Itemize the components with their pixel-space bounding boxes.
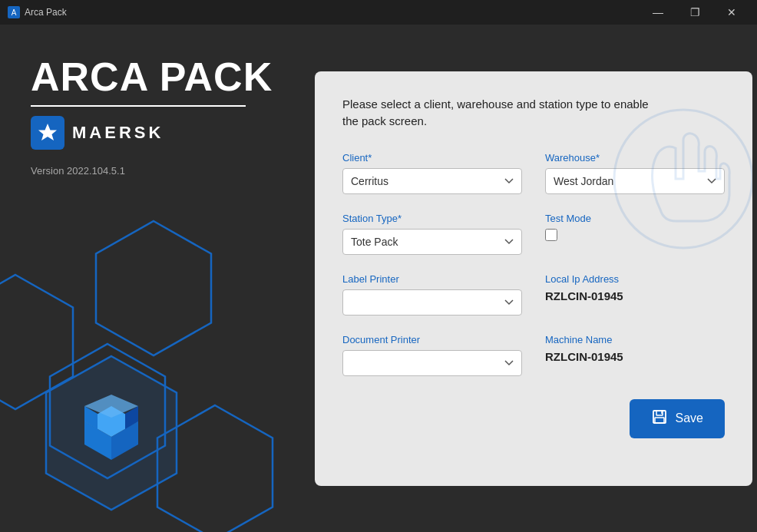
hex-container: [0, 225, 299, 532]
client-warehouse-row: Client* Cerritus Warehouse* West Jordan: [342, 152, 725, 194]
hex-2: [92, 217, 215, 359]
svg-marker-2: [96, 221, 211, 355]
title-bar-controls: — ❐ ✕: [640, 0, 749, 25]
hex-4: [154, 401, 276, 532]
label-printer-label: Label Printer: [342, 273, 522, 285]
document-printer-group: Document Printer: [342, 334, 522, 376]
minimize-button[interactable]: —: [640, 0, 676, 25]
label-printer-group: Label Printer: [342, 273, 522, 316]
client-group: Client* Cerritus: [342, 152, 522, 194]
hex-1: [0, 271, 77, 413]
app-icon: A: [8, 6, 20, 18]
test-mode-checkbox-row: [545, 229, 725, 241]
svg-marker-5: [157, 405, 273, 532]
station-type-label: Station Type*: [342, 213, 522, 224]
app-title: ARCA PACK: [31, 55, 299, 99]
station-testmode-row: Station Type* Tote Pack Test Mode: [342, 213, 725, 255]
svg-rect-9: [655, 418, 664, 423]
form-card: Please select a client, warehouse and st…: [315, 71, 752, 486]
warehouse-select[interactable]: West Jordan: [545, 168, 725, 194]
title-divider: [31, 105, 246, 107]
svg-marker-0: [38, 124, 57, 140]
version-text: Version 2022.104.5.1: [31, 165, 269, 177]
local-ip-value: RZLCIN-01945: [545, 289, 725, 302]
warehouse-group: Warehouse* West Jordan: [545, 152, 725, 194]
left-panel: ARCA PACK MAERSK Version 2022.104.5.1: [0, 25, 299, 532]
client-label: Client*: [342, 152, 522, 164]
label-printer-ip-row: Label Printer Local Ip Address RZLCIN-01…: [342, 273, 725, 316]
save-icon: [651, 408, 668, 429]
title-bar-text: Arca Pack: [25, 7, 67, 18]
machine-name-value: RZLCIN-01945: [545, 350, 725, 363]
form-intro: Please select a client, warehouse and st…: [342, 96, 665, 131]
maximize-button[interactable]: ❐: [677, 0, 712, 25]
title-bar: A Arca Pack — ❐ ✕: [0, 0, 757, 25]
label-printer-select[interactable]: [342, 289, 522, 316]
right-panel: Please select a client, warehouse and st…: [299, 25, 757, 532]
box-hex: [42, 352, 180, 517]
maersk-label: MAERSK: [72, 123, 164, 143]
document-printer-label: Document Printer: [342, 334, 522, 345]
hex-3: [46, 340, 169, 482]
document-printer-select[interactable]: [342, 350, 522, 376]
machine-name-label: Machine Name: [545, 334, 725, 345]
svg-marker-3: [50, 344, 165, 478]
station-type-select[interactable]: Tote Pack: [342, 229, 522, 255]
save-button[interactable]: Save: [630, 399, 725, 438]
machine-name-group: Machine Name RZLCIN-01945: [545, 334, 725, 376]
station-type-group: Station Type* Tote Pack: [342, 213, 522, 255]
title-bar-left: A Arca Pack: [8, 6, 67, 18]
save-btn-row: Save: [342, 399, 725, 438]
main-content: ARCA PACK MAERSK Version 2022.104.5.1: [0, 25, 757, 532]
test-mode-group: Test Mode: [545, 213, 725, 255]
doc-printer-machine-row: Document Printer Machine Name RZLCIN-019…: [342, 334, 725, 376]
warehouse-label: Warehouse*: [545, 152, 725, 164]
close-button[interactable]: ✕: [714, 0, 749, 25]
test-mode-checkbox[interactable]: [545, 229, 557, 241]
test-mode-label: Test Mode: [545, 213, 725, 224]
save-label: Save: [676, 411, 703, 425]
local-ip-group: Local Ip Address RZLCIN-01945: [545, 273, 725, 316]
client-select[interactable]: Cerritus: [342, 168, 522, 194]
maersk-brand: MAERSK: [31, 116, 269, 150]
svg-marker-1: [0, 275, 73, 409]
svg-marker-4: [46, 356, 177, 510]
maersk-star-icon: [31, 116, 64, 150]
local-ip-label: Local Ip Address: [545, 273, 725, 285]
